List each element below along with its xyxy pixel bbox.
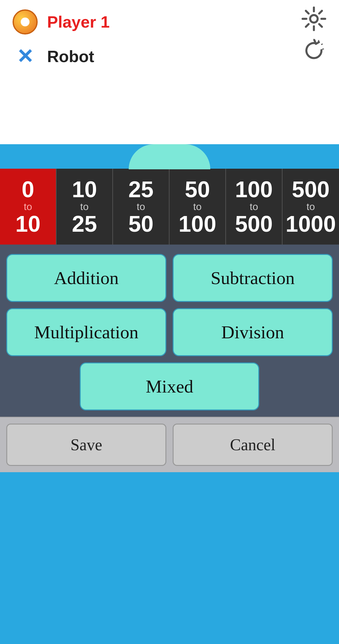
refresh-icon [301,38,326,63]
range-bottom-0: 10 [15,213,40,235]
svg-line-10 [318,40,319,42]
player1-avatar [13,9,38,34]
settings-button[interactable] [301,6,326,31]
range-top-4: 100 [235,178,273,201]
range-to-0: to [24,201,32,213]
range-25to50[interactable]: 25 to 50 [113,169,170,245]
range-top-3: 50 [185,178,210,201]
range-to-4: to [250,201,258,213]
svg-line-7 [319,11,322,13]
range-top-5: 500 [292,178,330,201]
op-row-1: Addition Subtraction [6,254,333,302]
range-10to25[interactable]: 10 to 25 [56,169,113,245]
arch-container [0,144,339,169]
player2-name: Robot [47,47,94,66]
bottom-area [0,472,339,644]
top-section: Player 1 ✕ Robot [0,0,339,88]
range-100to500[interactable]: 100 to 500 [226,169,282,245]
player2-avatar: ✕ [13,44,38,69]
range-top-0: 0 [22,178,34,201]
svg-line-11 [321,44,323,45]
svg-line-12 [322,49,324,49]
range-bottom-2: 50 [128,213,153,235]
operations-area: Addition Subtraction Multiplication Divi… [0,245,339,417]
range-selector: 0 to 10 10 to 25 25 to 50 50 to 100 100 … [0,169,339,245]
range-500to1000[interactable]: 500 to 1000 [282,169,339,245]
top-icons [301,6,326,63]
op-row-3: Mixed [6,362,333,410]
range-0to10[interactable]: 0 to 10 [0,169,56,245]
subtraction-button[interactable]: Subtraction [173,254,333,302]
range-to-2: to [137,201,145,213]
arch-bump [129,144,210,169]
save-cancel-row: Save Cancel [0,417,339,472]
range-top-2: 25 [128,178,153,201]
save-button[interactable]: Save [6,424,166,466]
range-to-3: to [193,201,202,213]
svg-line-5 [306,11,309,13]
svg-point-0 [310,15,318,23]
player1-row: Player 1 [13,9,326,34]
range-bottom-4: 500 [235,213,273,235]
gear-icon [301,6,326,31]
range-bottom-1: 25 [72,213,97,235]
range-bottom-5: 1000 [286,213,336,235]
cancel-button[interactable]: Cancel [173,424,333,466]
range-50to100[interactable]: 50 to 100 [170,169,226,245]
avatar-dot [21,18,30,26]
division-button[interactable]: Division [173,308,333,356]
mixed-button[interactable]: Mixed [80,362,259,410]
range-to-5: to [307,201,315,213]
range-to-1: to [80,201,89,213]
player1-name: Player 1 [47,13,110,31]
op-row-2: Multiplication Division [6,308,333,356]
refresh-button[interactable] [301,38,326,63]
player2-row: ✕ Robot [13,44,326,69]
multiplication-button[interactable]: Multiplication [6,308,166,356]
addition-button[interactable]: Addition [6,254,166,302]
range-bottom-3: 100 [179,213,216,235]
range-top-1: 10 [72,178,97,201]
svg-line-8 [306,24,309,27]
svg-line-6 [319,24,322,27]
x-symbol: ✕ [17,45,34,68]
main-panel: 0 to 10 10 to 25 25 to 50 50 to 100 100 … [0,169,339,472]
white-spacer [0,88,339,144]
